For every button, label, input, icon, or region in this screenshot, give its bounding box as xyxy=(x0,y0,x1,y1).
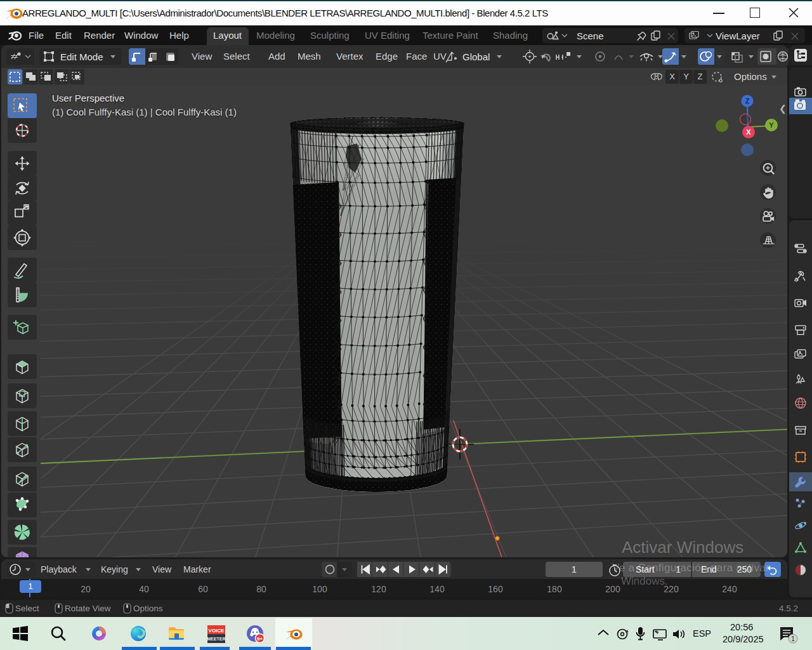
svg-text:X: X xyxy=(746,128,751,136)
svg-text:MEETER: MEETER xyxy=(207,637,225,641)
svg-text:VOICE: VOICE xyxy=(209,628,225,633)
svg-text:Z: Z xyxy=(745,97,750,105)
svg-text:Y: Y xyxy=(769,121,774,129)
svg-text:9+: 9+ xyxy=(257,636,263,642)
svg-text:1: 1 xyxy=(791,635,795,642)
